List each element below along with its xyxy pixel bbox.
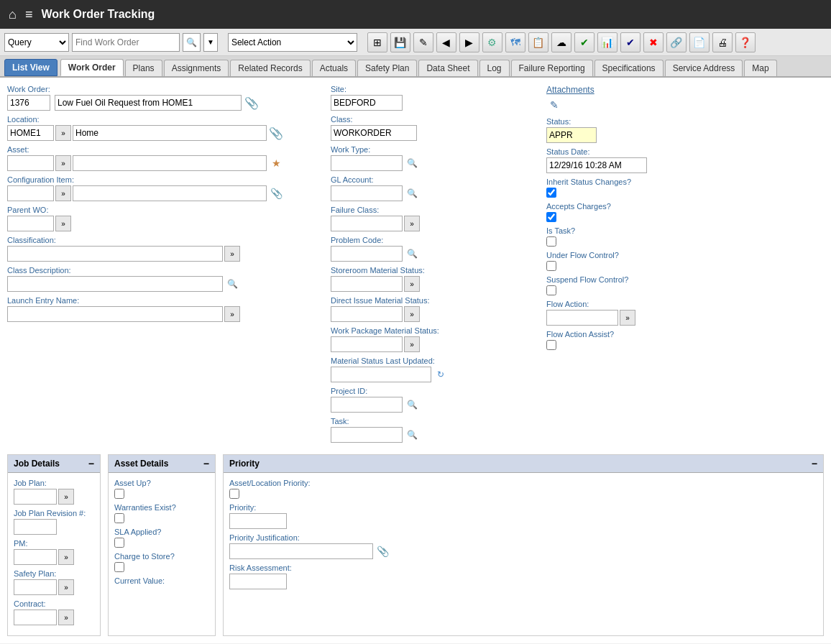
priority-justification-input[interactable]	[229, 543, 373, 559]
tab-specifications[interactable]: Specifications	[594, 60, 664, 76]
job-plan-revision-input[interactable]	[14, 519, 57, 535]
search-dropdown-button[interactable]: ▼	[203, 33, 218, 52]
edit-button[interactable]: ✎	[413, 32, 433, 52]
tab-assignments[interactable]: Assignments	[164, 60, 229, 76]
under-flow-checkbox[interactable]	[546, 261, 556, 271]
save-button[interactable]: 💾	[390, 32, 410, 52]
tab-data-sheet[interactable]: Data Sheet	[418, 60, 477, 76]
description-lookup-btn[interactable]: 📎	[244, 95, 260, 111]
failure-class-input[interactable]	[331, 216, 403, 231]
approve-button[interactable]: ✔	[574, 32, 594, 52]
menu-icon[interactable]: ≡	[25, 7, 33, 22]
location-icon-btn[interactable]: 📎	[268, 125, 284, 141]
chart-button[interactable]: 📊	[597, 32, 617, 52]
job-details-minimize-btn[interactable]: −	[88, 458, 94, 469]
forward-button[interactable]: ▶	[459, 32, 479, 52]
tab-related-records[interactable]: Related Records	[230, 60, 310, 76]
location-nav-btn[interactable]: »	[55, 125, 71, 141]
list-view-button[interactable]: List View	[4, 59, 58, 76]
tab-failure-reporting[interactable]: Failure Reporting	[511, 60, 593, 76]
config-item-input[interactable]	[7, 185, 54, 201]
location-input[interactable]	[7, 125, 54, 141]
print-button[interactable]: 🖨	[712, 32, 733, 52]
tab-actuals[interactable]: Actuals	[312, 60, 356, 76]
contract-input[interactable]	[14, 610, 57, 625]
charge-to-store-checkbox[interactable]	[114, 562, 124, 572]
tab-plans[interactable]: Plans	[125, 60, 162, 76]
select-action-dropdown[interactable]: Select Action	[228, 33, 357, 52]
contract-nav-btn[interactable]: »	[58, 610, 74, 625]
flow-action-input[interactable]	[546, 310, 618, 326]
work-type-input[interactable]	[331, 155, 403, 171]
storeroom-material-input[interactable]	[331, 276, 403, 292]
job-plan-input[interactable]	[14, 489, 57, 505]
pm-input[interactable]	[14, 549, 57, 565]
asset-up-checkbox[interactable]	[114, 489, 124, 499]
classification-input[interactable]	[7, 246, 223, 262]
class-input[interactable]	[331, 125, 417, 141]
tab-work-order[interactable]: Work Order	[60, 59, 124, 76]
help-button[interactable]: ❓	[735, 32, 756, 52]
work-package-nav-btn[interactable]: »	[404, 336, 420, 352]
job-plan-nav-btn[interactable]: »	[58, 489, 74, 505]
storeroom-material-nav-btn[interactable]: »	[404, 276, 420, 292]
project-id-input[interactable]	[331, 397, 403, 413]
classification-nav-btn[interactable]: »	[224, 246, 240, 262]
risk-assessment-input[interactable]	[229, 574, 287, 589]
work-package-input[interactable]	[331, 336, 403, 352]
asset-location-priority-checkbox[interactable]	[229, 489, 239, 499]
new-record-button[interactable]: ⊞	[367, 32, 387, 52]
class-description-input[interactable]	[7, 276, 223, 292]
work-type-lookup-btn[interactable]: 🔍	[404, 155, 420, 171]
workflow-button[interactable]: ⚙	[482, 32, 502, 52]
gl-account-lookup-btn[interactable]: 🔍	[404, 185, 420, 201]
map-button[interactable]: 🗺	[505, 32, 525, 52]
link-button[interactable]: 🔗	[666, 32, 687, 52]
check-button[interactable]: ✔	[620, 32, 641, 52]
flow-action-nav-btn[interactable]: »	[620, 310, 635, 326]
cloud-button[interactable]: ☁	[551, 32, 571, 52]
pm-nav-btn[interactable]: »	[58, 549, 74, 565]
tab-log[interactable]: Log	[479, 60, 510, 76]
inherit-status-checkbox[interactable]	[546, 188, 556, 198]
warranties-checkbox[interactable]	[114, 513, 124, 523]
asset-details-minimize-btn[interactable]: −	[203, 458, 209, 469]
gl-account-input[interactable]	[331, 185, 403, 201]
direct-issue-nav-btn[interactable]: »	[404, 306, 420, 322]
attachments-link[interactable]: Attachments	[546, 85, 594, 95]
find-work-order-input[interactable]	[72, 33, 180, 52]
tab-service-address[interactable]: Service Address	[665, 60, 743, 76]
tab-safety-plan[interactable]: Safety Plan	[357, 60, 417, 76]
priority-justification-icon-btn[interactable]: 📎	[375, 543, 390, 559]
home-icon[interactable]: ⌂	[9, 7, 17, 22]
tab-map[interactable]: Map	[744, 60, 776, 76]
copy-button[interactable]: 📄	[689, 32, 710, 52]
priority-minimize-btn[interactable]: −	[812, 458, 817, 469]
safety-plan-nav-btn[interactable]: »	[58, 579, 74, 595]
config-item-nav-btn[interactable]: »	[55, 185, 71, 201]
material-refresh-btn[interactable]: ↻	[433, 367, 449, 382]
status-input[interactable]	[546, 127, 597, 143]
priority-input[interactable]	[229, 513, 287, 529]
location-desc-input[interactable]	[73, 125, 267, 141]
problem-code-lookup-btn[interactable]: 🔍	[404, 246, 420, 262]
launch-entry-nav-btn[interactable]: »	[224, 306, 240, 322]
flow-action-assist-checkbox[interactable]	[546, 340, 556, 350]
material-last-updated-input[interactable]	[331, 367, 431, 382]
description-input[interactable]	[55, 95, 242, 111]
config-item-icon-btn[interactable]: 📎	[268, 185, 284, 201]
accepts-charges-checkbox[interactable]	[546, 212, 556, 222]
work-order-input[interactable]	[7, 95, 50, 111]
back-button[interactable]: ◀	[436, 32, 456, 52]
asset-icon-btn[interactable]: ★	[268, 155, 284, 171]
task-input[interactable]	[331, 427, 403, 443]
task-lookup-btn[interactable]: 🔍	[404, 427, 420, 443]
suspend-flow-checkbox[interactable]	[546, 285, 556, 295]
report-button[interactable]: 📋	[528, 32, 548, 52]
safety-plan-input[interactable]	[14, 579, 57, 595]
asset-desc-input[interactable]	[73, 155, 267, 171]
class-description-lookup-btn[interactable]: 🔍	[224, 276, 240, 292]
is-task-checkbox[interactable]	[546, 236, 556, 247]
parent-wo-input[interactable]	[7, 216, 54, 231]
site-input[interactable]	[331, 95, 403, 111]
